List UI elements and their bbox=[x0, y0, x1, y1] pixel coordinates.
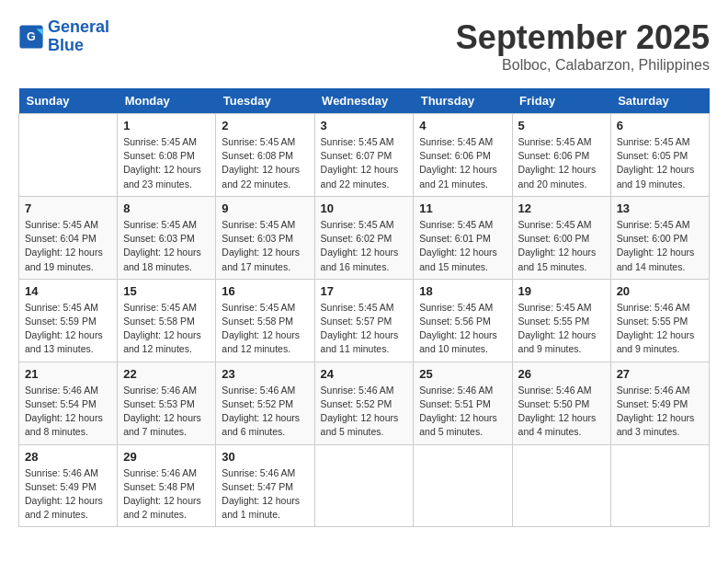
day-info: Sunrise: 5:45 AM Sunset: 6:07 PM Dayligh… bbox=[321, 135, 408, 191]
day-number: 29 bbox=[123, 450, 210, 464]
day-number: 1 bbox=[123, 119, 210, 132]
day-info: Sunrise: 5:46 AM Sunset: 5:54 PM Dayligh… bbox=[25, 384, 111, 440]
day-info: Sunrise: 5:45 AM Sunset: 6:02 PM Dayligh… bbox=[321, 218, 408, 274]
calendar-cell: 8Sunrise: 5:45 AM Sunset: 6:03 PM Daylig… bbox=[118, 196, 216, 279]
day-number: 14 bbox=[25, 284, 111, 298]
day-info: Sunrise: 5:46 AM Sunset: 5:52 PM Dayligh… bbox=[222, 384, 308, 440]
day-number: 4 bbox=[419, 119, 506, 132]
calendar-cell: 30Sunrise: 5:46 AM Sunset: 5:47 PM Dayli… bbox=[216, 444, 314, 527]
day-info: Sunrise: 5:45 AM Sunset: 5:58 PM Dayligh… bbox=[222, 301, 308, 357]
calendar-cell: 10Sunrise: 5:45 AM Sunset: 6:02 PM Dayli… bbox=[314, 196, 414, 279]
calendar-week-row: 14Sunrise: 5:45 AM Sunset: 5:59 PM Dayli… bbox=[19, 279, 710, 362]
weekday-header-tuesday: Tuesday bbox=[216, 88, 314, 114]
calendar-cell: 28Sunrise: 5:46 AM Sunset: 5:49 PM Dayli… bbox=[19, 444, 118, 527]
weekday-header-saturday: Saturday bbox=[610, 88, 709, 114]
calendar-cell: 2Sunrise: 5:45 AM Sunset: 6:08 PM Daylig… bbox=[216, 114, 314, 197]
day-info: Sunrise: 5:46 AM Sunset: 5:55 PM Dayligh… bbox=[617, 301, 703, 357]
calendar-cell bbox=[19, 114, 118, 197]
calendar-cell: 26Sunrise: 5:46 AM Sunset: 5:50 PM Dayli… bbox=[512, 362, 610, 444]
calendar-cell bbox=[314, 444, 414, 527]
day-number: 13 bbox=[617, 201, 703, 215]
weekday-header-sunday: Sunday bbox=[19, 88, 118, 114]
calendar-cell: 11Sunrise: 5:45 AM Sunset: 6:01 PM Dayli… bbox=[414, 196, 512, 279]
day-number: 8 bbox=[123, 201, 210, 215]
day-number: 22 bbox=[123, 367, 210, 381]
day-info: Sunrise: 5:45 AM Sunset: 6:06 PM Dayligh… bbox=[419, 135, 506, 191]
day-number: 7 bbox=[25, 201, 111, 215]
day-info: Sunrise: 5:45 AM Sunset: 5:56 PM Dayligh… bbox=[419, 301, 506, 357]
calendar-cell: 16Sunrise: 5:45 AM Sunset: 5:58 PM Dayli… bbox=[216, 279, 314, 362]
calendar-cell: 21Sunrise: 5:46 AM Sunset: 5:54 PM Dayli… bbox=[19, 362, 118, 444]
calendar-cell: 18Sunrise: 5:45 AM Sunset: 5:56 PM Dayli… bbox=[414, 279, 512, 362]
day-info: Sunrise: 5:45 AM Sunset: 5:57 PM Dayligh… bbox=[321, 301, 408, 357]
calendar-cell: 1Sunrise: 5:45 AM Sunset: 6:08 PM Daylig… bbox=[118, 114, 216, 197]
calendar-cell: 14Sunrise: 5:45 AM Sunset: 5:59 PM Dayli… bbox=[19, 279, 118, 362]
calendar-cell: 5Sunrise: 5:45 AM Sunset: 6:06 PM Daylig… bbox=[512, 114, 610, 197]
calendar-cell: 15Sunrise: 5:45 AM Sunset: 5:58 PM Dayli… bbox=[118, 279, 216, 362]
calendar-cell: 9Sunrise: 5:45 AM Sunset: 6:03 PM Daylig… bbox=[216, 196, 314, 279]
day-number: 28 bbox=[25, 450, 111, 464]
weekday-header-friday: Friday bbox=[512, 88, 610, 114]
calendar-cell: 7Sunrise: 5:45 AM Sunset: 6:04 PM Daylig… bbox=[19, 196, 118, 279]
day-number: 5 bbox=[518, 119, 605, 132]
day-info: Sunrise: 5:46 AM Sunset: 5:52 PM Dayligh… bbox=[321, 384, 408, 440]
logo-text: General Blue bbox=[48, 18, 109, 55]
calendar-week-row: 7Sunrise: 5:45 AM Sunset: 6:04 PM Daylig… bbox=[19, 196, 710, 279]
day-info: Sunrise: 5:45 AM Sunset: 6:03 PM Dayligh… bbox=[123, 218, 210, 274]
calendar-cell: 23Sunrise: 5:46 AM Sunset: 5:52 PM Dayli… bbox=[216, 362, 314, 444]
day-number: 17 bbox=[321, 284, 408, 298]
calendar-cell: 6Sunrise: 5:45 AM Sunset: 6:05 PM Daylig… bbox=[610, 114, 709, 197]
logo-line1: General bbox=[48, 17, 109, 36]
calendar-cell: 20Sunrise: 5:46 AM Sunset: 5:55 PM Dayli… bbox=[610, 279, 709, 362]
location-title: Bolboc, Calabarzon, Philippines bbox=[456, 57, 710, 74]
weekday-header-row: SundayMondayTuesdayWednesdayThursdayFrid… bbox=[19, 88, 710, 114]
day-number: 18 bbox=[419, 284, 506, 298]
day-number: 30 bbox=[222, 450, 308, 464]
weekday-header-monday: Monday bbox=[118, 88, 216, 114]
day-number: 20 bbox=[617, 284, 703, 298]
title-area: September 2025 Bolboc, Calabarzon, Phili… bbox=[456, 18, 710, 74]
weekday-header-wednesday: Wednesday bbox=[314, 88, 414, 114]
day-info: Sunrise: 5:45 AM Sunset: 5:55 PM Dayligh… bbox=[518, 301, 605, 357]
logo: G General Blue bbox=[18, 18, 109, 55]
day-info: Sunrise: 5:45 AM Sunset: 6:00 PM Dayligh… bbox=[617, 218, 703, 274]
day-number: 21 bbox=[25, 367, 111, 381]
svg-text:G: G bbox=[27, 30, 36, 43]
month-title: September 2025 bbox=[456, 18, 710, 57]
calendar-cell bbox=[512, 444, 610, 527]
day-number: 16 bbox=[222, 284, 308, 298]
day-number: 6 bbox=[617, 119, 703, 132]
day-info: Sunrise: 5:46 AM Sunset: 5:51 PM Dayligh… bbox=[419, 384, 506, 440]
calendar-cell: 22Sunrise: 5:46 AM Sunset: 5:53 PM Dayli… bbox=[118, 362, 216, 444]
calendar-week-row: 21Sunrise: 5:46 AM Sunset: 5:54 PM Dayli… bbox=[19, 362, 710, 444]
day-info: Sunrise: 5:46 AM Sunset: 5:48 PM Dayligh… bbox=[123, 466, 210, 523]
page-header: G General Blue September 2025 Bolboc, Ca… bbox=[18, 18, 710, 74]
calendar-cell: 27Sunrise: 5:46 AM Sunset: 5:49 PM Dayli… bbox=[610, 362, 709, 444]
calendar-cell: 29Sunrise: 5:46 AM Sunset: 5:48 PM Dayli… bbox=[118, 444, 216, 527]
calendar-cell: 4Sunrise: 5:45 AM Sunset: 6:06 PM Daylig… bbox=[414, 114, 512, 197]
day-number: 19 bbox=[518, 284, 605, 298]
day-number: 12 bbox=[518, 201, 605, 215]
day-info: Sunrise: 5:45 AM Sunset: 6:06 PM Dayligh… bbox=[518, 135, 605, 191]
calendar-table: SundayMondayTuesdayWednesdayThursdayFrid… bbox=[18, 88, 710, 527]
weekday-header-thursday: Thursday bbox=[414, 88, 512, 114]
day-info: Sunrise: 5:45 AM Sunset: 6:00 PM Dayligh… bbox=[518, 218, 605, 274]
day-info: Sunrise: 5:45 AM Sunset: 6:05 PM Dayligh… bbox=[617, 135, 703, 191]
day-number: 25 bbox=[419, 367, 506, 381]
day-number: 2 bbox=[222, 119, 308, 132]
day-number: 15 bbox=[123, 284, 210, 298]
day-info: Sunrise: 5:45 AM Sunset: 5:58 PM Dayligh… bbox=[123, 301, 210, 357]
calendar-cell: 13Sunrise: 5:45 AM Sunset: 6:00 PM Dayli… bbox=[610, 196, 709, 279]
day-number: 10 bbox=[321, 201, 408, 215]
calendar-cell: 17Sunrise: 5:45 AM Sunset: 5:57 PM Dayli… bbox=[314, 279, 414, 362]
day-number: 24 bbox=[321, 367, 408, 381]
calendar-cell: 24Sunrise: 5:46 AM Sunset: 5:52 PM Dayli… bbox=[314, 362, 414, 444]
logo-icon: G bbox=[18, 24, 44, 50]
day-info: Sunrise: 5:45 AM Sunset: 6:08 PM Dayligh… bbox=[222, 135, 308, 191]
day-number: 9 bbox=[222, 201, 308, 215]
day-number: 3 bbox=[321, 119, 408, 132]
day-info: Sunrise: 5:46 AM Sunset: 5:49 PM Dayligh… bbox=[617, 384, 703, 440]
calendar-week-row: 1Sunrise: 5:45 AM Sunset: 6:08 PM Daylig… bbox=[19, 114, 710, 197]
day-info: Sunrise: 5:45 AM Sunset: 5:59 PM Dayligh… bbox=[25, 301, 111, 357]
calendar-week-row: 28Sunrise: 5:46 AM Sunset: 5:49 PM Dayli… bbox=[19, 444, 710, 527]
